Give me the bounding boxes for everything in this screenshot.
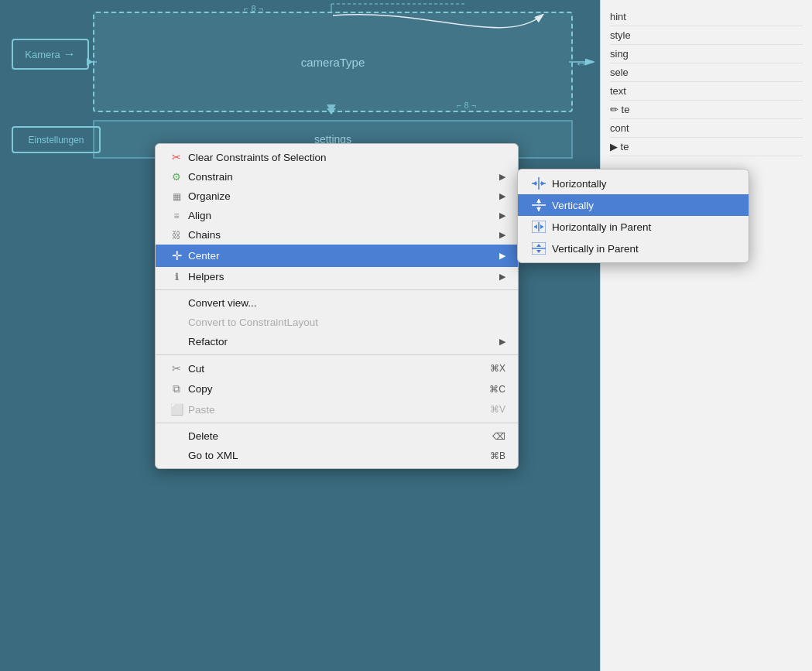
kamera-box: Kamera →	[12, 39, 89, 70]
svg-marker-14	[541, 181, 545, 186]
camera-type-label: cameraType	[301, 56, 365, 69]
menu-item-paste: ⬜ Paste ⌘V	[156, 399, 518, 419]
align-arrow-icon: ▶	[499, 211, 505, 221]
menu-item-copy[interactable]: ⧉ Copy ⌘C	[156, 378, 518, 399]
constrain-icon: ⚙	[168, 171, 185, 183]
menu-item-helpers[interactable]: ℹ Helpers ▶	[156, 267, 518, 286]
constrain-arrow-icon: ▶	[499, 172, 505, 182]
horizontally-label: Horizontally	[552, 178, 736, 190]
paste-icon: ⬜	[168, 403, 185, 416]
submenu-item-vertically-in-parent[interactable]: Vertically in Parent	[518, 238, 749, 259]
center-arrow-icon: ▶	[499, 251, 505, 261]
vertically-icon	[530, 199, 547, 211]
center-label: Center	[188, 250, 499, 262]
organize-arrow-icon: ▶	[499, 191, 505, 201]
menu-item-center[interactable]: ✛ Center ▶	[156, 245, 518, 267]
copy-shortcut: ⌘C	[474, 384, 505, 395]
svg-marker-30	[536, 244, 541, 247]
copy-label: Copy	[188, 383, 474, 395]
convert-view-label: Convert view...	[188, 297, 505, 309]
cut-shortcut: ⌘X	[475, 363, 505, 374]
menu-item-convert-view[interactable]: Convert view...	[156, 293, 518, 313]
einstellungen-label: Einstellungen	[28, 135, 84, 145]
menu-item-convert-constraint: Convert to ConstraintLayout	[156, 313, 518, 332]
refactor-label: Refactor	[188, 336, 499, 347]
center-icon: ✛	[168, 248, 185, 263]
einstellungen-box: Einstellungen	[12, 126, 101, 153]
kamera-label: Kamera	[25, 49, 60, 60]
svg-marker-13	[533, 181, 536, 186]
separator-3	[156, 423, 518, 423]
horizontally-icon	[530, 177, 547, 190]
chains-label: Chains	[188, 229, 499, 241]
constrain-label: Constrain	[188, 171, 499, 183]
chains-icon: ⛓	[168, 230, 185, 241]
separator-1	[156, 289, 518, 290]
svg-marker-24	[534, 224, 537, 229]
organize-label: Organize	[188, 190, 499, 202]
chains-arrow-icon: ▶	[499, 230, 505, 240]
menu-item-delete[interactable]: Delete ⌫	[156, 426, 518, 446]
menu-item-chains[interactable]: ⛓ Chains ▶	[156, 225, 518, 245]
camera-type-box: cameraType	[93, 12, 573, 112]
vertically-in-parent-label: Vertically in Parent	[552, 243, 736, 255]
clear-constraints-label: Clear Constraints of Selection	[188, 152, 505, 163]
menu-item-organize[interactable]: ▦ Organize ▶	[156, 187, 518, 206]
go-to-xml-shortcut: ⌘B	[475, 450, 505, 461]
menu-item-refactor[interactable]: Refactor ▶	[156, 332, 518, 351]
menu-item-cut[interactable]: ✂ Cut ⌘X	[156, 358, 518, 378]
right-panel-item-hint: hint	[610, 8, 803, 26]
kamera-arrow-icon: →	[63, 47, 76, 61]
helpers-icon: ℹ	[168, 272, 185, 282]
menu-item-constrain[interactable]: ⚙ Constrain ▶	[156, 167, 518, 187]
right-panel: hint style sing sele text ✏ te cont ▶ te	[600, 0, 812, 671]
horizontally-in-parent-label: Horizontally in Parent	[552, 221, 736, 233]
submenu-item-vertically[interactable]: Vertically	[518, 194, 749, 216]
svg-marker-18	[536, 199, 541, 203]
vertically-in-parent-icon	[530, 242, 547, 255]
refactor-arrow-icon: ▶	[499, 337, 505, 347]
convert-constraint-label: Convert to ConstraintLayout	[188, 317, 505, 328]
delete-shortcut: ⌫	[477, 431, 505, 442]
paste-shortcut: ⌘V	[475, 404, 505, 415]
submenu-item-horizontally[interactable]: Horizontally	[518, 173, 749, 194]
svg-marker-25	[540, 224, 543, 229]
helpers-label: Helpers	[188, 271, 499, 282]
horizontally-in-parent-icon	[530, 221, 547, 233]
right-panel-item-text: text	[610, 82, 803, 101]
menu-item-clear-constraints[interactable]: ✂︎ Clear Constraints of Selection	[156, 147, 518, 167]
cut-icon: ✂	[168, 362, 185, 375]
svg-marker-19	[536, 207, 541, 211]
right-panel-item-te: ✏ te	[610, 101, 803, 119]
right-panel-item-cont: cont	[610, 119, 803, 138]
go-to-xml-label: Go to XML	[188, 450, 475, 461]
right-panel-item-style: style	[610, 26, 803, 45]
align-icon: ≡	[168, 211, 185, 221]
right-panel-item-sele: sele	[610, 63, 803, 82]
copy-icon: ⧉	[168, 382, 185, 395]
right-panel-item-sing: sing	[610, 45, 803, 63]
cut-label: Cut	[188, 363, 475, 375]
vertically-label: Vertically	[552, 200, 736, 211]
submenu-item-horizontally-in-parent[interactable]: Horizontally in Parent	[518, 216, 749, 238]
organize-icon: ▦	[168, 191, 185, 202]
separator-2	[156, 354, 518, 355]
menu-item-go-to-xml[interactable]: Go to XML ⌘B	[156, 446, 518, 465]
menu-item-align[interactable]: ≡ Align ▶	[156, 206, 518, 225]
context-menu: ✂︎ Clear Constraints of Selection ⚙ Cons…	[155, 143, 519, 469]
clear-constraints-icon: ✂︎	[168, 151, 185, 163]
paste-label: Paste	[188, 404, 475, 416]
align-label: Align	[188, 210, 499, 221]
helpers-arrow-icon: ▶	[499, 272, 505, 282]
center-submenu: Horizontally Vertically H	[517, 169, 749, 263]
right-panel-item-te2: ▶ te	[610, 138, 803, 156]
delete-label: Delete	[188, 430, 477, 442]
svg-marker-31	[536, 250, 541, 253]
